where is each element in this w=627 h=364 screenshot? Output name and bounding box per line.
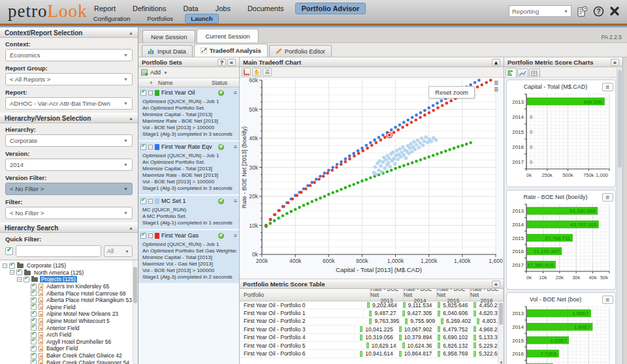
portfolio-set-row[interactable]: −First Year Gas≡ (138, 230, 239, 241)
help-icon[interactable]: ? (592, 5, 604, 17)
tree-expand-icon[interactable]: − (17, 277, 22, 282)
add-button[interactable]: Add (150, 69, 161, 76)
row-menu-icon[interactable]: ≡ (234, 90, 237, 96)
tree-expand-icon[interactable]: − (10, 270, 14, 275)
collapse-row-icon[interactable]: − (148, 91, 153, 95)
portfolio-set-row[interactable]: −First Year Oil≡ (138, 87, 239, 98)
pan-hand-icon[interactable]: ✋ (252, 68, 261, 76)
panel-scrollbar[interactable] (617, 68, 622, 364)
report-group-dropdown[interactable]: < All Reports >▼ (5, 73, 133, 85)
menu-item-data[interactable]: Data (177, 3, 204, 14)
tree-checkbox[interactable] (16, 269, 22, 275)
menu-item-portfolio-advisor[interactable]: Portfolio Advisor (295, 3, 366, 14)
context-dropdown[interactable]: Economics▼ (5, 49, 133, 61)
tab-portfolio-editor[interactable]: Portfolio Editor (269, 45, 332, 57)
submenu-item-launch[interactable]: Launch (185, 14, 219, 23)
portfolio-set-item[interactable]: −MC Set 1≡MC (QUICK_RUN)A MC Portfolio S… (138, 196, 239, 229)
row-menu-icon[interactable]: ≡ (234, 198, 237, 204)
quick-filter-input[interactable] (16, 245, 101, 257)
tree-item[interactable]: Badger Field (3, 345, 138, 352)
tree-checkbox[interactable] (9, 263, 15, 269)
menu-item-jobs[interactable]: Jobs (210, 3, 236, 14)
line-view-icon[interactable] (517, 68, 528, 77)
tree-item[interactable]: Arch Field (3, 331, 138, 339)
report-dropdown[interactable]: ADHOC - Var-Acr Attr-Bat Time-Dwn▼ (5, 97, 133, 110)
hierarchy-dropdown[interactable]: Corporate▼ (5, 134, 133, 147)
tree-item[interactable]: Anterior Field (3, 324, 138, 331)
portfolio-set-row[interactable]: −MC Set 1≡ (138, 196, 239, 206)
tree-item[interactable]: −Corporate (125) (3, 262, 138, 269)
portfolio-set-item[interactable]: −First Year Rate Eqv≡Optimized (QUICK_RU… (138, 142, 239, 194)
tree-item[interactable]: −Projects (125) (3, 276, 138, 283)
collapse-row-icon[interactable]: − (148, 234, 153, 238)
tab-tradeoff-analysis[interactable]: Tradeoff Analysis (194, 44, 268, 57)
metric-chart-canvas[interactable]: 0M5M10M15M20M20131.56E720141.60E720151.0… (509, 305, 613, 364)
tree-item[interactable]: Argyll Hotel Drumheller 56 (3, 339, 138, 346)
portfolio-set-row[interactable]: −First Year Rate Eqv≡ (138, 142, 239, 152)
section-context-report[interactable]: Context/Report Selection▲ (0, 27, 138, 38)
filter-scope-dropdown[interactable]: All▼ (104, 245, 133, 257)
hamburger-icon[interactable]: ≡ (602, 296, 613, 304)
reset-zoom-button[interactable]: Reset zoom (428, 86, 475, 99)
table-row[interactable]: First Year Oil - Portfolio 510,629.1410,… (240, 342, 504, 350)
tree-checkbox[interactable] (24, 277, 29, 282)
hamburger-icon[interactable]: ≡ (602, 193, 613, 202)
table-row[interactable]: First Year Oil - Portfolio 610,941.61410… (240, 350, 504, 357)
tree-scrollbar[interactable] (133, 260, 138, 364)
close-icon[interactable] (609, 5, 620, 17)
table-row[interactable]: First Year Oil - Portfolio 310,041.22510… (240, 326, 504, 333)
collapse-panel-icon[interactable]: ▲ (492, 59, 500, 66)
column-header-2013[interactable]: Rate - BOE Net2013 (370, 289, 404, 301)
row-menu-icon[interactable]: ≡ (234, 144, 237, 150)
collapse-panel-icon[interactable]: « (492, 281, 500, 288)
tree-item[interactable]: Baker Creek Chalet Gliwice 42 (3, 352, 138, 359)
portfolio-set-checkbox[interactable] (140, 233, 146, 239)
column-header-portfolio[interactable]: Portfolio (240, 289, 370, 301)
collapse-panel-icon[interactable]: « (227, 59, 236, 66)
bar-view-icon[interactable] (506, 68, 517, 77)
row-menu-icon[interactable]: ≡ (234, 233, 237, 239)
portfolio-set-checkbox[interactable] (140, 198, 146, 204)
tree-item[interactable]: Adam's Inn Kindersley 65 (3, 283, 138, 290)
table-row[interactable]: First Year Oil - Portfolio 19,487.279,42… (240, 309, 504, 317)
submenu-item-portfolios[interactable]: Portfolios (142, 14, 179, 23)
column-header-2016[interactable]: Rate - BOE Net2016 (470, 289, 504, 301)
tree-item[interactable]: −North America (125) (3, 269, 138, 277)
collapse-row-icon[interactable]: − (148, 199, 153, 204)
hamburger-icon[interactable]: ≡ (602, 83, 613, 91)
tab-new-session[interactable]: New Session (142, 30, 195, 42)
version-dropdown[interactable]: 2014▼ (5, 159, 133, 171)
tree-item[interactable]: Baker Creek Chalet Stavanger 54 (3, 359, 138, 364)
tab-input-data[interactable]: Input Data (142, 45, 193, 57)
tab-current-session[interactable]: Current Session (197, 29, 258, 42)
filter-dropdown[interactable]: < No Filter >▼ (5, 207, 133, 219)
menu-item-report[interactable]: Report (88, 3, 121, 14)
grid-view-icon[interactable] (529, 68, 540, 77)
reports-icon[interactable] (576, 5, 588, 17)
collapse-panel-icon[interactable]: » (611, 59, 619, 66)
tree-item[interactable]: Alpine Motel New Orleans 23 (3, 311, 138, 318)
portfolio-set-item[interactable]: −First Year Oil≡Optimized (QUICK_RUN) - … (138, 87, 239, 140)
menu-item-documents[interactable]: Documents (242, 3, 290, 14)
tradeoff-chart-canvas[interactable]: ≡≡ Reset zoom 0k10k20k30k40k50k60k200k40… (240, 78, 504, 279)
section-hierarchy-version[interactable]: Hierarchy/Version Selection▲ (0, 113, 138, 123)
version-filter-dropdown[interactable]: < No Filter >▼ (5, 183, 133, 195)
section-hierarchy-search[interactable]: Hierarchy Search▲ (0, 222, 138, 233)
chart-menu-icon[interactable]: ☰ (263, 68, 272, 76)
tree-item[interactable]: Alpine Motel Whitecourt 5 (3, 318, 138, 325)
table-row[interactable]: First Year Oil - Portfolio 09,202.4649,1… (240, 301, 504, 309)
table-scrollbar[interactable]: ▼ (498, 301, 504, 364)
hamburger-icon[interactable]: ≡≡ (494, 80, 498, 93)
tree-checkbox[interactable] (31, 359, 37, 364)
portfolio-set-checkbox[interactable] (140, 90, 146, 96)
tree-item[interactable]: Alberta Place Hotel Pikangikum 53 (3, 297, 138, 304)
tree-item[interactable]: Alpine Field (3, 304, 138, 311)
collapsed-panel-strip[interactable] (622, 57, 627, 364)
column-header-2014[interactable]: Rate - BOE Net2014 (404, 289, 437, 301)
table-row[interactable]: First Year Oil - Portfolio 29,763.3959,7… (240, 318, 504, 326)
reporting-dropdown[interactable]: Reporting▼ (509, 5, 571, 17)
tree-expand-icon[interactable]: − (3, 264, 7, 268)
tree-item[interactable]: Alberta Place Hotel Camrose 68 (3, 290, 138, 297)
help-icon[interactable]: ? (217, 59, 226, 66)
column-header-2015[interactable]: Rate - BOE Net2015 (437, 289, 470, 301)
